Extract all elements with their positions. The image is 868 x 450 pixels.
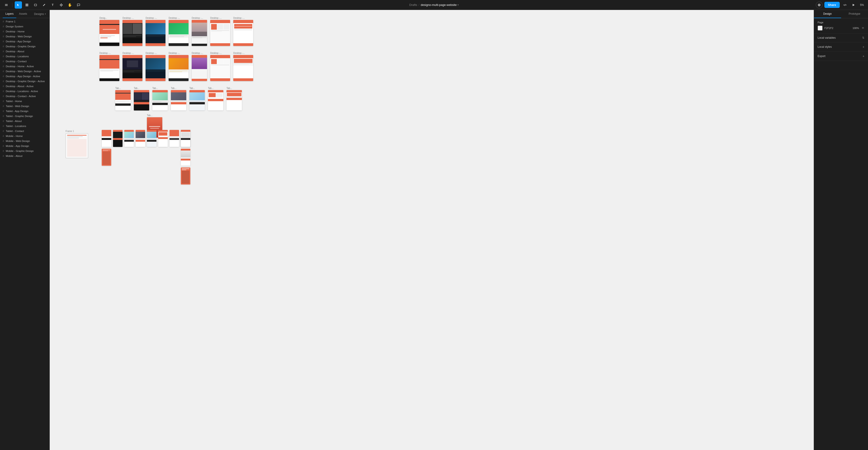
page-section: Page F2F2F2 100% 👁	[814, 18, 868, 33]
page-color-swatch[interactable]	[817, 26, 823, 31]
frame-tablet-web[interactable]: Tab...	[134, 87, 149, 110]
layer-item-mobile-web-design[interactable]: # Mobile - Web Design	[0, 139, 50, 143]
layer-item-desktop-home-active[interactable]: # Desktop - Home - Active	[0, 64, 50, 69]
layer-item-mobile-graphic-design[interactable]: # Mobile - Graphic Design	[0, 148, 50, 153]
frame-tablet-home[interactable]: Tab...	[115, 87, 131, 110]
frame-mobile-home-2[interactable]	[169, 130, 179, 147]
layer-item-desktop-app-design[interactable]: # Desktop - App Design	[0, 39, 50, 44]
present-button[interactable]	[850, 2, 857, 8]
layer-item-tablet-graphic-design[interactable]: # Tablet - Graphic Design	[0, 114, 50, 119]
frame-mobile-col-3[interactable]	[181, 168, 190, 185]
designs-tab[interactable]: Designs ▾	[33, 10, 47, 18]
share-button[interactable]: Share	[825, 2, 840, 8]
page-color-value[interactable]: F2F2F2	[825, 27, 833, 30]
layer-item-tablet-home[interactable]: # Tablet - Home	[0, 99, 50, 104]
layer-item-design-system[interactable]: # Design System	[0, 24, 50, 29]
frame-desktop-contact[interactable]: Desktop -...	[233, 17, 253, 46]
layer-item-desktop-home[interactable]: # Desktop - Home	[0, 29, 50, 34]
layer-item-desktop-about-active[interactable]: # Desktop - About - Active	[0, 84, 50, 89]
community-button[interactable]	[816, 2, 823, 8]
frame-mobile-home[interactable]	[102, 130, 111, 147]
layer-item-mobile-app-design[interactable]: # Mobile - App Design	[0, 143, 50, 148]
local-styles-add-icon[interactable]: +	[863, 45, 864, 49]
frame1-area: Frame 1	[66, 130, 88, 158]
tab-assets[interactable]: Assets	[16, 10, 30, 18]
shape-tool-button[interactable]	[32, 1, 39, 8]
component-tool-button[interactable]	[58, 1, 65, 8]
frame-desktop-home-active[interactable]: Desktop -...	[99, 52, 119, 81]
main-menu-button[interactable]	[3, 1, 10, 8]
select-tool-button[interactable]	[15, 1, 22, 8]
page-opacity-value[interactable]: 100%	[852, 27, 859, 29]
layer-item-desktop-locations[interactable]: # Desktop - Locations	[0, 54, 50, 59]
canvas-area[interactable]: Desig...	[50, 10, 814, 450]
frame-thumbnail	[115, 90, 131, 110]
frame-mobile-extra[interactable]	[102, 149, 111, 166]
zoom-control[interactable]: 5%	[859, 2, 865, 7]
frame-mobile-col-1[interactable]	[181, 130, 190, 147]
layer-item-mobile-home[interactable]: # Mobile - Home	[0, 134, 50, 139]
frame-tablet-about[interactable]: Tab...	[189, 87, 205, 110]
frame-thumbnail	[208, 90, 223, 110]
layer-item-tablet-about[interactable]: # Tablet - About	[0, 119, 50, 123]
frame-tablet-graphic[interactable]: Tab...	[171, 87, 186, 110]
frame-mobile-about[interactable]	[147, 130, 156, 147]
layer-item-desktop-contact-active[interactable]: # Desktop - Contact - Active	[0, 94, 50, 99]
frame-desktop-locations[interactable]: Desktop -...	[210, 17, 230, 46]
pen-tool-button[interactable]	[40, 1, 48, 8]
hand-tool-button[interactable]: ✋	[66, 1, 73, 8]
layer-item-tablet-web-design[interactable]: # Tablet - Web Design	[0, 104, 50, 109]
frame-tablet-locations[interactable]: Tab...	[208, 87, 223, 110]
text-tool-button[interactable]: T	[49, 1, 56, 8]
tablet-row: Tab...	[115, 87, 242, 110]
local-styles-section[interactable]: Local styles +	[814, 42, 868, 52]
frame-mobile-col-2[interactable]	[181, 149, 190, 166]
layer-item-desktop-web-design[interactable]: # Desktop - Web Design	[0, 34, 50, 39]
frame-desktop-web[interactable]: Desktop -...	[123, 17, 143, 46]
layer-item-mobile-about[interactable]: # Mobile - About	[0, 153, 50, 159]
project-name-button[interactable]: designo-multi-page-website ▾	[421, 3, 459, 6]
breadcrumb-drafts[interactable]: Drafts	[409, 3, 417, 6]
frame-desktop-graphic-active[interactable]: Desktop -...	[168, 52, 188, 81]
layer-item-desktop-contact[interactable]: # Desktop - Contact	[0, 59, 50, 64]
layer-item-desktop-about[interactable]: # Desktop - About	[0, 49, 50, 54]
layer-item-desktop-graphic-design-active[interactable]: # Desktop - Graphic Design - Active	[0, 79, 50, 84]
frame-tablet-app[interactable]: Tab...	[152, 87, 168, 110]
frame-desktop-about-active[interactable]: Desktop -...	[192, 52, 207, 81]
layer-item-desktop-locations-active[interactable]: # Desktop - Locations - Active	[0, 89, 50, 94]
visibility-icon[interactable]: 👁	[862, 27, 864, 30]
layer-item-desktop-app-design-active[interactable]: # Desktop - App Design - Active	[0, 74, 50, 79]
frame-desktop-app[interactable]: Desktop -...	[146, 17, 165, 46]
frame-mobile-web[interactable]	[113, 130, 123, 147]
frame-desktop-locations-active[interactable]: Desktop -...	[210, 52, 230, 81]
local-variables-section[interactable]: Local variables ⇅	[814, 33, 868, 42]
frame-desktop-about[interactable]: Desktop -...	[192, 17, 207, 46]
layer-item-tablet-contact[interactable]: # Tablet - Contact	[0, 129, 50, 134]
frame-tool-button[interactable]	[23, 1, 31, 8]
tab-prototype[interactable]: Prototype	[841, 10, 868, 18]
svg-rect-10	[60, 4, 61, 6]
layer-item-desktop-web-design-active[interactable]: # Desktop - Web Design - Active	[0, 69, 50, 74]
code-view-button[interactable]	[842, 2, 848, 8]
desktop-row-1: Desig...	[99, 17, 253, 46]
layer-item-tablet-locations[interactable]: # Tablet - Locations	[0, 123, 50, 129]
tab-design[interactable]: Design	[814, 10, 841, 18]
comment-tool-button[interactable]	[75, 1, 82, 8]
frame-desktop-web-active[interactable]: Desktop -...	[123, 52, 143, 81]
tab-layers[interactable]: Layers	[3, 10, 16, 18]
canvas-scrollable[interactable]: Desig...	[50, 10, 814, 450]
export-section[interactable]: Export +	[814, 52, 868, 61]
frame-desktop-app-active[interactable]: Desktop -...	[146, 52, 165, 81]
frame-desktop-contact-active[interactable]: Desktop -...	[233, 52, 253, 81]
export-add-icon[interactable]: +	[863, 54, 864, 58]
frame-tablet-contact[interactable]: Tab...	[226, 87, 242, 110]
frame-desktop-home[interactable]: Desig...	[99, 17, 119, 46]
layer-item-desktop-graphic-design[interactable]: # Desktop - Graphic Design	[0, 44, 50, 49]
layer-item-tablet-app-design[interactable]: # Tablet - App Design	[0, 109, 50, 114]
frame-mobile-graphic[interactable]	[135, 130, 145, 147]
frame-thumbnail	[124, 130, 134, 147]
frame-mobile-locations[interactable]	[158, 130, 168, 147]
frame-mobile-app[interactable]	[124, 130, 134, 147]
layer-item-frame1[interactable]: # Frame 1	[0, 19, 50, 24]
frame-desktop-graphic[interactable]: Desktop -...	[168, 17, 188, 46]
